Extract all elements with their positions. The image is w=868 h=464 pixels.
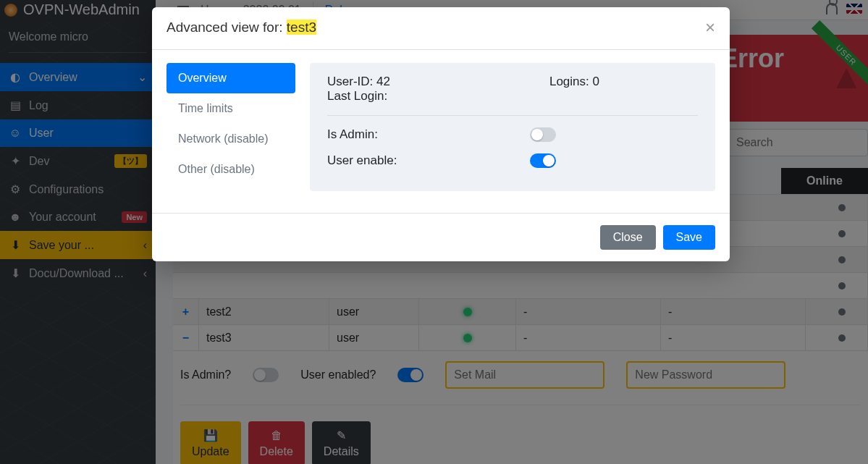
close-icon[interactable]: × xyxy=(705,19,715,36)
advanced-view-modal: Advanced view for: test3 × Overview Time… xyxy=(152,7,730,261)
is-admin-toggle[interactable] xyxy=(530,127,556,142)
logins-text: Logins: 0 xyxy=(549,75,599,104)
user-enable-label: User enable: xyxy=(327,153,530,168)
user-enable-toggle[interactable] xyxy=(530,153,556,168)
modal-title: Advanced view for: test3 xyxy=(167,20,316,35)
divider xyxy=(327,115,698,116)
save-button[interactable]: Save xyxy=(663,225,715,250)
is-admin-label: Is Admin: xyxy=(327,127,530,142)
tab-network[interactable]: Network (disable) xyxy=(167,124,295,154)
modal-tabs: Overview Time limits Network (disable) O… xyxy=(167,63,295,191)
tab-overview[interactable]: Overview xyxy=(167,63,295,93)
user-id-text: User-ID: 42 xyxy=(327,75,390,89)
modal-title-prefix: Advanced view for: xyxy=(167,20,287,35)
close-button[interactable]: Close xyxy=(600,225,656,250)
modal-content: User-ID: 42 Last Login: Logins: 0 Is Adm… xyxy=(310,63,715,191)
last-login-text: Last Login: xyxy=(327,89,390,104)
modal-footer: Close Save xyxy=(152,213,730,261)
modal-title-user: test3 xyxy=(287,20,316,35)
tab-other[interactable]: Other (disable) xyxy=(167,154,295,185)
modal-header: Advanced view for: test3 × xyxy=(152,7,730,50)
tab-time-limits[interactable]: Time limits xyxy=(167,93,295,124)
modal-body: Overview Time limits Network (disable) O… xyxy=(152,50,730,213)
